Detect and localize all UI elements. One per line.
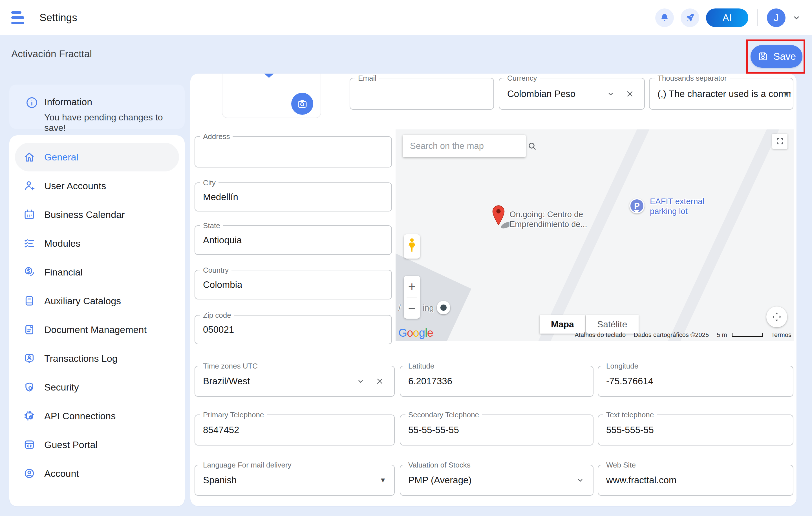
sidebar-item-label: General (44, 152, 78, 163)
map-road (664, 130, 782, 341)
currency-field[interactable]: Currency Colombian Peso (499, 78, 645, 110)
portal-window-icon (23, 438, 36, 451)
clear-icon[interactable] (375, 376, 384, 386)
red-map-pin[interactable] (491, 205, 505, 226)
sidebar-item-guest-portal[interactable]: Guest Portal (15, 430, 179, 459)
longitude-field[interactable]: Longitude -75.576614 (598, 366, 793, 397)
pan-control[interactable] (766, 307, 787, 327)
address-field[interactable]: Address (195, 136, 392, 168)
sidebar-item-label: Guest Portal (44, 439, 97, 450)
field-label: Address (200, 132, 233, 141)
clear-icon[interactable] (625, 89, 635, 99)
primary-telephone-field[interactable]: Primary Telephone 8547452 (195, 414, 395, 446)
google-logo[interactable]: Google (398, 326, 433, 339)
dropdown-arrow-icon[interactable]: ▼ (379, 476, 386, 484)
home-icon (23, 150, 36, 164)
fullscreen-button[interactable] (772, 134, 787, 149)
valuation-of-stocks-field[interactable]: Valuation of Stocks PMP (Average) (400, 465, 593, 496)
sidebar-item-api-connections[interactable]: API Connections (15, 402, 179, 430)
parking-letter: P (634, 201, 640, 211)
chevron-down-icon[interactable] (606, 90, 615, 98)
city-field[interactable]: City Medellín (195, 182, 392, 211)
fullscreen-icon (776, 137, 784, 145)
map-dot-marker[interactable] (437, 301, 450, 314)
map-type-map-button[interactable]: Mapa (540, 315, 585, 334)
language-field[interactable]: Language For mail delivery Spanish ▼ (195, 465, 395, 496)
email-field[interactable]: Email (350, 78, 494, 110)
sidebar-item-label: Auxiliary Catalogs (44, 295, 121, 307)
chip-gear-icon (23, 409, 36, 422)
map-search-input[interactable] (403, 141, 527, 151)
sidebar-item-business-calendar[interactable]: Business Calendar (15, 200, 179, 229)
sidebar-item-label: User Accounts (44, 180, 106, 192)
keyboard-shortcuts-link[interactable]: Atalhos do teclado (575, 331, 626, 339)
search-icon[interactable] (527, 141, 537, 151)
field-label: Latitude (405, 362, 437, 371)
sub-header: Activación Fracttal (0, 35, 812, 73)
save-label: Save (773, 51, 796, 62)
user-plus-icon (23, 179, 36, 192)
logo-upload[interactable] (222, 74, 321, 118)
whats-new-button[interactable] (680, 8, 699, 27)
map-attribution: Atalhos do teclado Dados cartográficos ©… (575, 331, 791, 339)
pegman-control[interactable] (404, 234, 420, 259)
map-scale-bar (732, 333, 763, 337)
text-telephone-field[interactable]: Text telephone 555-555-55 (598, 414, 793, 446)
ai-button[interactable]: AI (706, 8, 748, 27)
divider (757, 9, 758, 26)
chevron-down-icon[interactable] (576, 476, 584, 484)
sidebar-item-financial[interactable]: Financial (15, 258, 179, 286)
zoom-in-button[interactable]: + (404, 276, 420, 297)
chevron-down-icon[interactable] (356, 377, 365, 385)
pegman-icon (407, 238, 416, 255)
timezone-field[interactable]: Time zones UTC Brazil/West (195, 366, 395, 397)
secondary-telephone-field[interactable]: Secondary Telephone 55-55-55-55 (400, 414, 593, 446)
marker-label-line: EAFIT external (650, 197, 704, 206)
sidebar-item-auxiliary-catalogs[interactable]: Auxiliary Catalogs (15, 286, 179, 315)
sidebar-item-label: Security (44, 382, 79, 393)
camera-button[interactable] (291, 93, 313, 115)
marker-label-parking: EAFIT external parking lot (650, 197, 704, 216)
sidebar-item-label: Business Calendar (44, 209, 125, 220)
sidebar-item-label: API Connections (44, 410, 116, 422)
zoom-out-button[interactable]: − (404, 297, 420, 319)
avatar[interactable]: J (767, 8, 785, 27)
country-field[interactable]: Country Colombia (195, 270, 392, 299)
field-value: Brazil/West (203, 376, 250, 386)
map-type-switch: Mapa Satélite (540, 315, 639, 334)
sidebar-item-transactions-log[interactable]: Transactions Log (15, 344, 179, 373)
sidebar-item-account[interactable]: Account (15, 459, 179, 488)
account-menu-button[interactable] (792, 13, 801, 22)
info-title: Information (44, 96, 92, 108)
field-label: Thousands separator (655, 74, 730, 83)
field-label: Text telephone (603, 410, 657, 419)
state-field[interactable]: State Antioquia (195, 225, 392, 255)
chevron-down-icon (792, 13, 801, 22)
zip-code-field[interactable]: Zip code 050021 (195, 315, 392, 344)
notifications-button[interactable] (655, 8, 674, 27)
logo-image (264, 74, 274, 78)
map-type-satellite-button[interactable]: Satélite (586, 315, 639, 334)
menu-button[interactable] (11, 11, 28, 24)
sidebar-item-document-management[interactable]: Document Management (15, 315, 179, 344)
map-scale-text: 5 m (717, 331, 727, 339)
dropdown-arrow-icon[interactable]: ▼ (783, 90, 789, 98)
map[interactable]: + − / ing On.going: Centro de Emprendimi… (396, 130, 794, 341)
sidebar-item-label: Account (44, 468, 79, 479)
info-message: You have pending changes to save! (44, 112, 185, 133)
latitude-field[interactable]: Latitude 6.2017336 (400, 366, 593, 397)
field-value: 8547452 (203, 425, 239, 435)
sidebar-item-general[interactable]: General (15, 143, 179, 171)
parking-marker[interactable]: P (629, 198, 644, 213)
field-value: Colombia (203, 280, 242, 290)
field-value: www.fracttal.com (606, 475, 676, 486)
user-log-icon (23, 352, 36, 365)
sidebar-item-user-accounts[interactable]: User Accounts (15, 171, 179, 200)
sidebar-item-security[interactable]: Security (15, 373, 179, 402)
website-field[interactable]: Web Site www.fracttal.com (598, 465, 793, 496)
field-label: Web Site (603, 461, 639, 469)
save-button[interactable]: Save (751, 45, 803, 68)
thousands-separator-field[interactable]: Thousands separator (,) The character us… (649, 78, 793, 110)
sidebar-item-modules[interactable]: Modules (15, 229, 179, 258)
terms-link[interactable]: Termos (771, 331, 791, 339)
